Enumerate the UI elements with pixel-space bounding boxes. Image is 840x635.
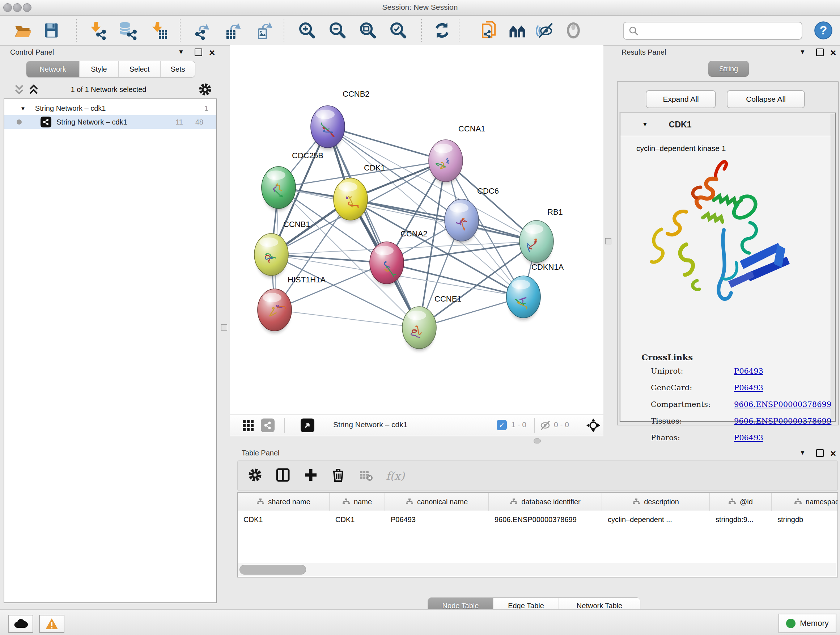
column-header-name[interactable]: name: [330, 493, 385, 511]
table-panel-close-icon[interactable]: ×: [830, 450, 836, 457]
column-header-description[interactable]: description: [602, 493, 710, 511]
control-panel-close-icon[interactable]: ×: [209, 49, 215, 57]
tab-string[interactable]: String: [708, 61, 749, 77]
crosslink-link[interactable]: 9606.ENSP00000378699: [734, 417, 831, 425]
crosslink-link[interactable]: P06493: [734, 383, 763, 392]
table-cell[interactable]: stringdb: [772, 516, 838, 524]
zoom-out-icon[interactable]: [327, 20, 347, 41]
table-cell[interactable]: 9606.ENSP00000378699: [489, 516, 602, 524]
open-file-icon[interactable]: [12, 20, 33, 41]
control-panel-collapse-icon[interactable]: ▼: [178, 49, 184, 56]
cloud-button[interactable]: [8, 615, 33, 633]
zoom-fit-icon[interactable]: [357, 20, 378, 41]
warning-button[interactable]: [39, 615, 65, 633]
hidden-items-icon[interactable]: [539, 420, 551, 432]
export-network-icon[interactable]: [193, 20, 213, 41]
network-view-type-icon[interactable]: [261, 418, 275, 432]
node-details-collapse-icon[interactable]: ▼: [642, 121, 648, 128]
results-scrollbar[interactable]: [831, 114, 835, 420]
results-panel-collapse-icon[interactable]: ▼: [799, 49, 806, 56]
crosslink-label: Pharos:: [651, 433, 680, 442]
delete-column-trash-icon[interactable]: [331, 468, 346, 484]
table-cell[interactable]: stringdb:9...: [710, 516, 772, 524]
node-CDC6[interactable]: CDC6: [445, 187, 499, 243]
hide-unhide-icon[interactable]: [534, 20, 554, 41]
import-network-from-database-icon[interactable]: [117, 20, 137, 41]
birds-eye-view-icon[interactable]: [301, 418, 314, 432]
crosslink-link[interactable]: P06493: [734, 367, 763, 375]
export-image-icon[interactable]: [254, 20, 274, 41]
table-cell[interactable]: CDK1: [238, 516, 330, 524]
fit-selected-crosshair-icon[interactable]: [586, 418, 601, 434]
edge-HIST1H1A-CCNE1[interactable]: [275, 310, 419, 328]
column-header-shared-name[interactable]: shared name: [238, 493, 330, 511]
network-collection-row[interactable]: ▼ String Network – cdk1 1: [4, 101, 216, 115]
edge-CCNB2-CCNA1[interactable]: [328, 127, 446, 161]
table-cell[interactable]: CDK1: [330, 516, 385, 524]
right-splitter-handle[interactable]: [605, 238, 611, 244]
collapse-all-button[interactable]: Collapse All: [727, 90, 805, 108]
table-panel-float-icon[interactable]: [816, 449, 824, 457]
add-column-icon[interactable]: [303, 468, 318, 484]
table-horizontal-scrollbar[interactable]: [238, 563, 836, 576]
column-header-database-identifier[interactable]: database identifier: [489, 493, 602, 511]
node-CDKN1A[interactable]: CDKN1A: [507, 263, 564, 320]
selected-items-checkbox-icon[interactable]: ✓: [497, 420, 507, 430]
function-builder-icon[interactable]: f(x): [386, 470, 404, 482]
node-CCNE1[interactable]: CCNE1: [402, 295, 462, 351]
tab-network[interactable]: Network: [27, 61, 80, 77]
edge-CCNB2-CCNE1[interactable]: [328, 127, 419, 328]
node-RB1[interactable]: RB1: [519, 207, 563, 264]
left-splitter-handle[interactable]: [221, 325, 227, 331]
tab-select[interactable]: Select: [118, 61, 161, 77]
network-row-selected[interactable]: String Network – cdk1 11 48: [4, 115, 216, 129]
export-table-icon[interactable]: [223, 20, 243, 41]
table-cell[interactable]: cyclin–dependent ...: [602, 516, 710, 524]
import-table-icon[interactable]: [148, 20, 169, 41]
edge-CDK1-RB1[interactable]: [351, 199, 537, 241]
splitter-grip[interactable]: [534, 439, 541, 443]
network-options-gear-icon[interactable]: [198, 82, 212, 98]
memory-button[interactable]: Memory: [778, 614, 836, 633]
results-panel-close-icon[interactable]: ×: [830, 49, 836, 57]
column-header-namespace[interactable]: namespace: [772, 493, 838, 511]
control-panel-float-icon[interactable]: [195, 49, 202, 56]
delete-table-icon[interactable]: [358, 467, 374, 484]
results-panel-float-icon[interactable]: [816, 49, 824, 56]
edge-CCNA2-CDKN1A[interactable]: [387, 263, 523, 297]
grid-view-icon[interactable]: [242, 419, 255, 433]
crosslink-link[interactable]: P06493: [734, 433, 763, 442]
column-header--id[interactable]: @id: [710, 493, 772, 511]
save-session-icon[interactable]: [41, 20, 62, 41]
node-CCNA1[interactable]: CCNA1: [429, 124, 485, 184]
edge-RB1-CCNA2[interactable]: [387, 241, 537, 263]
crosslink-row: Pharos:P06493: [651, 433, 824, 450]
table-panel-collapse-icon[interactable]: ▼: [799, 449, 806, 456]
collection-expand-icon[interactable]: ▼: [20, 105, 26, 111]
tab-style[interactable]: Style: [80, 61, 118, 77]
table-settings-gear-icon[interactable]: [248, 468, 262, 484]
tab-sets[interactable]: Sets: [161, 61, 195, 77]
table-row[interactable]: CDK1CDK1P064939606.ENSP00000378699cyclin…: [238, 511, 837, 528]
expand-all-button[interactable]: Expand All: [646, 90, 716, 108]
crosslink-link[interactable]: 9606.ENSP00000378699: [734, 400, 831, 409]
clone-network-icon[interactable]: [478, 20, 498, 41]
network-overview-icon[interactable]: [507, 20, 527, 41]
node-HIST1H1A[interactable]: HIST1H1A: [257, 275, 325, 333]
node-details-header[interactable]: ▼ CDK1: [621, 113, 835, 136]
table-cell[interactable]: P06493: [385, 516, 489, 524]
help-icon[interactable]: ?: [813, 20, 834, 41]
show-columns-icon[interactable]: [275, 467, 291, 484]
edge-CCNB1-CCNA2[interactable]: [271, 255, 387, 263]
scrollbar-thumb[interactable]: [240, 565, 306, 575]
search-input[interactable]: [641, 23, 802, 38]
zoom-in-icon[interactable]: [297, 20, 317, 41]
search-bar[interactable]: [623, 22, 802, 40]
import-network-icon[interactable]: [87, 20, 107, 41]
zoom-selected-icon[interactable]: [388, 20, 408, 41]
node-CCNB2[interactable]: CCNB2: [311, 89, 370, 150]
refresh-icon[interactable]: [432, 20, 452, 41]
column-header-canonical-name[interactable]: canonical name: [385, 493, 489, 511]
network-canvas[interactable]: CCNB2CCNA1CDC25BCDK1CDC6RB1CCNB1CCNA2CDK…: [230, 45, 603, 415]
highlight-icon[interactable]: [563, 20, 584, 41]
